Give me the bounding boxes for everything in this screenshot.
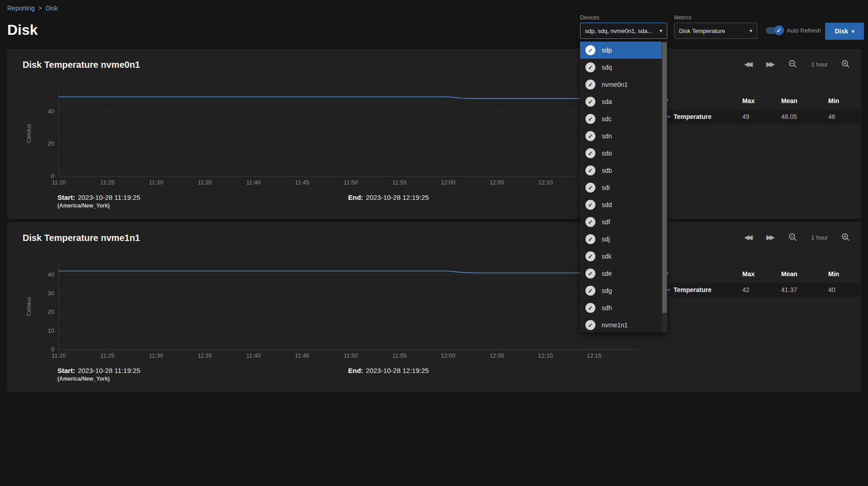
checked-circle-icon: ✓ <box>585 234 595 244</box>
legend-header-min: Min <box>828 270 839 278</box>
device-option-sdc[interactable]: ✓sdc <box>580 110 662 127</box>
device-option-sdh[interactable]: ✓sdh <box>580 299 662 316</box>
chart-card-nvme1n1: Disk Temperature nvme1n1 ◀◀ ▶▶ 1 hour 11… <box>7 222 861 392</box>
device-option-label: sdg <box>602 287 612 294</box>
start-value: 2023-10-28 11:19:25 <box>78 193 140 201</box>
device-option-sdb[interactable]: ✓sdb <box>580 162 662 179</box>
metrics-select[interactable]: Disk Temperature ▾ <box>674 23 757 39</box>
step-forward-button[interactable]: ▶▶ <box>766 233 775 241</box>
svg-text:11:40: 11:40 <box>246 179 261 186</box>
checked-circle-icon: ✓ <box>585 165 595 175</box>
disk-button[interactable]: Disk ▾ <box>825 23 864 40</box>
svg-text:12:05: 12:05 <box>490 352 505 359</box>
device-option-sdk[interactable]: ✓sdk <box>580 248 662 265</box>
legend-row-temperature[interactable]: Temperature 49 48.05 46 <box>659 109 862 124</box>
device-option-sdo[interactable]: ✓sdo <box>580 145 662 162</box>
device-option-sdg[interactable]: ✓sdg <box>580 282 662 299</box>
page-title: Disk <box>7 22 38 38</box>
device-option-label: sdn <box>602 132 612 140</box>
checked-circle-icon: ✓ <box>585 200 595 210</box>
device-option-label: sdh <box>602 304 612 311</box>
device-option-sdf[interactable]: ✓sdf <box>580 213 662 231</box>
device-option-sdq[interactable]: ✓sdq <box>580 59 662 76</box>
checked-circle-icon: ✓ <box>585 320 595 330</box>
svg-text:12:15: 12:15 <box>587 352 602 359</box>
legend-mean-value: 41.37 <box>781 286 797 293</box>
svg-text:11:20: 11:20 <box>52 352 66 359</box>
device-option-sde[interactable]: ✓sde <box>580 265 662 282</box>
chart-controls: ◀◀ ▶▶ 1 hour <box>744 60 850 69</box>
step-back-button[interactable]: ◀◀ <box>744 60 753 68</box>
svg-text:12:10: 12:10 <box>538 179 553 186</box>
legend-max-value: 42 <box>742 286 750 293</box>
svg-text:11:40: 11:40 <box>246 352 261 359</box>
devices-dropdown-list: ✓sdp✓sdq✓nvme0n1✓sda✓sdc✓sdn✓sdo✓sdb✓sdi… <box>580 42 662 332</box>
chart-title: Disk Temperature nvme0n1 <box>23 60 140 70</box>
svg-text:Celsius: Celsius <box>25 123 32 143</box>
devices-label: Devices <box>580 14 599 21</box>
auto-refresh-toggle[interactable]: ✓ Auto Refresh <box>766 27 821 34</box>
checked-circle-icon: ✓ <box>585 80 595 90</box>
legend-table: Key Max Mean Min Temperature 49 48.05 46 <box>646 94 862 127</box>
svg-text:11:55: 11:55 <box>392 352 407 359</box>
device-option-sdp[interactable]: ✓sdp <box>580 42 662 59</box>
svg-text:11:45: 11:45 <box>295 179 310 186</box>
legend-row-temperature[interactable]: Temperature 42 41.37 40 <box>659 283 862 297</box>
step-back-button[interactable]: ◀◀ <box>744 233 753 241</box>
auto-refresh-label: Auto Refresh <box>787 27 821 34</box>
dropdown-scrollbar[interactable] <box>662 42 667 332</box>
svg-text:11:55: 11:55 <box>392 179 407 186</box>
svg-text:11:25: 11:25 <box>100 179 115 186</box>
end-label: End: <box>348 367 363 374</box>
device-option-sdn[interactable]: ✓sdn <box>580 127 662 145</box>
svg-text:0: 0 <box>51 346 54 353</box>
device-option-sdd[interactable]: ✓sdd <box>580 196 662 213</box>
chart-title: Disk Temperature nvme1n1 <box>23 233 140 243</box>
chart-canvas[interactable]: 11:2011:2511:3011:3511:4011:4511:5011:55… <box>7 260 663 366</box>
checked-circle-icon: ✓ <box>585 148 595 158</box>
breadcrumb-link-disk[interactable]: Disk <box>46 5 58 12</box>
svg-text:11:50: 11:50 <box>344 352 358 359</box>
dropdown-scrollbar-thumb[interactable] <box>662 42 667 313</box>
zoom-range-label: 1 hour <box>811 234 828 241</box>
svg-text:30: 30 <box>48 290 54 297</box>
device-option-label: nvme0n1 <box>602 81 628 88</box>
cards-container: Disk Temperature nvme0n1 ◀◀ ▶▶ 1 hour 11… <box>7 49 861 392</box>
disk-button-label: Disk <box>835 28 848 35</box>
step-forward-button[interactable]: ▶▶ <box>766 60 775 68</box>
legend-header-row: Key Max Mean Min <box>646 94 862 108</box>
devices-select[interactable]: sdp, sdq, nvme0n1, sda... ▾ <box>580 23 667 39</box>
device-option-sdi[interactable]: ✓sdi <box>580 179 662 196</box>
zoom-out-icon[interactable] <box>788 60 797 69</box>
zoom-in-icon[interactable] <box>841 60 850 69</box>
svg-text:20: 20 <box>48 140 54 147</box>
chart-start-block: Start:2023-10-28 11:19:25 (America/New_Y… <box>57 367 140 382</box>
svg-text:11:50: 11:50 <box>344 179 358 186</box>
checked-circle-icon: ✓ <box>585 269 595 278</box>
device-option-label: sda <box>602 98 612 105</box>
device-option-label: nvme1n1 <box>602 321 628 329</box>
svg-text:11:30: 11:30 <box>149 352 164 359</box>
start-value: 2023-10-28 11:19:25 <box>78 367 140 374</box>
svg-text:11:25: 11:25 <box>100 352 115 359</box>
checked-circle-icon: ✓ <box>585 303 595 313</box>
svg-text:11:45: 11:45 <box>295 352 310 359</box>
device-option-nvme1n1[interactable]: ✓nvme1n1 <box>580 316 662 332</box>
zoom-in-icon[interactable] <box>841 233 850 242</box>
zoom-out-icon[interactable] <box>788 233 797 242</box>
device-option-nvme0n1[interactable]: ✓nvme0n1 <box>580 76 662 93</box>
device-option-sdj[interactable]: ✓sdj <box>580 231 662 248</box>
toggle-check-icon: ✓ <box>774 25 784 35</box>
svg-text:11:20: 11:20 <box>52 179 66 186</box>
checked-circle-icon: ✓ <box>585 45 595 55</box>
chart-canvas[interactable]: 11:2011:2511:3011:3511:4011:4511:5011:55… <box>7 87 663 193</box>
chart-card-nvme0n1: Disk Temperature nvme0n1 ◀◀ ▶▶ 1 hour 11… <box>7 49 861 219</box>
device-option-sda[interactable]: ✓sda <box>580 93 662 110</box>
device-option-label: sdp <box>602 47 612 54</box>
chart-end-block: End:2023-10-28 12:19:25 <box>348 193 429 201</box>
breadcrumb-link-reporting[interactable]: Reporting <box>7 5 35 12</box>
device-option-label: sdo <box>602 150 612 157</box>
devices-select-value: sdp, sdq, nvme0n1, sda... <box>585 28 652 34</box>
legend-header-mean: Mean <box>781 270 797 278</box>
legend-min-value: 46 <box>828 113 835 120</box>
